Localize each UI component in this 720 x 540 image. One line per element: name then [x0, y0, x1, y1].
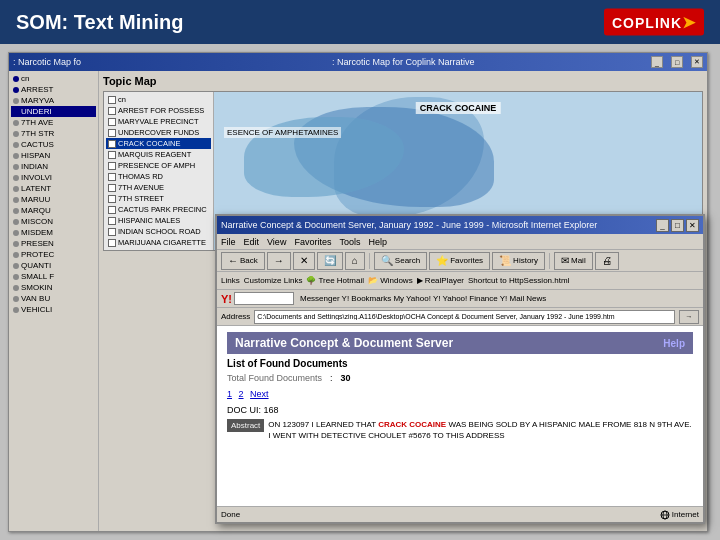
sidebar-item-marqu[interactable]: MARQU: [11, 205, 96, 216]
menu-edit[interactable]: Edit: [244, 237, 260, 247]
topic-item-presence[interactable]: PRESENCE OF AMPH: [106, 160, 211, 171]
sidebar-item-cn[interactable]: cn: [11, 73, 96, 84]
sidebar-item-hispan[interactable]: HISPAN: [11, 150, 96, 161]
maximize-button[interactable]: □: [671, 56, 683, 68]
yahoo-messenger[interactable]: Messenger: [300, 294, 340, 303]
yahoo-bookmarks[interactable]: Y! Bookmarks: [342, 294, 392, 303]
ie-menubar: File Edit View Favorites Tools Help: [217, 234, 703, 250]
dot-icon: [13, 186, 19, 192]
sidebar-item-presen[interactable]: PRESEN: [11, 238, 96, 249]
menu-file[interactable]: File: [221, 237, 236, 247]
sidebar-item-involvi[interactable]: INVOLVI: [11, 172, 96, 183]
sidebar-item-7thave[interactable]: 7TH AVE: [11, 117, 96, 128]
windows-link[interactable]: 📂 Windows: [368, 276, 413, 285]
mail-button[interactable]: ✉Mail: [554, 252, 593, 270]
sidebar-item-latent[interactable]: LATENT: [11, 183, 96, 194]
dot-icon: [13, 208, 19, 214]
tree-hotmail[interactable]: 🌳 Tree Hotmail: [306, 276, 364, 285]
sidebar-item-indian[interactable]: INDIAN: [11, 161, 96, 172]
topic-item-7thave[interactable]: 7TH AVENUE: [106, 182, 211, 193]
search-button[interactable]: 🔍Search: [374, 252, 427, 270]
topic-item-arrest[interactable]: ARREST FOR POSSESS: [106, 105, 211, 116]
outer-window-title2: : Narcotic Map for Coplink Narrative: [332, 57, 643, 67]
menu-tools[interactable]: Tools: [339, 237, 360, 247]
topic-item-7thstr[interactable]: 7TH STREET: [106, 193, 211, 204]
ie-addressbar: Address →: [217, 308, 703, 326]
ie-abstract-row: Abstract ON 123097 I LEARNED THAT CRACK …: [227, 419, 693, 441]
menu-help[interactable]: Help: [368, 237, 387, 247]
yahoo-search-input[interactable]: [234, 292, 294, 305]
yahoo-finance[interactable]: Finance: [469, 294, 497, 303]
topic-item-maryvale[interactable]: MARYVALE PRECINCT: [106, 116, 211, 127]
topic-item-latent[interactable]: LATENT PRINTS: [106, 248, 211, 250]
sidebar-item-arrest[interactable]: ARREST: [11, 84, 96, 95]
address-input[interactable]: [254, 310, 675, 324]
topic-item-cn[interactable]: cn: [106, 94, 211, 105]
sidebar-item-7thstr[interactable]: 7TH STR: [11, 128, 96, 139]
sidebar-item-misdem[interactable]: MISDEM: [11, 227, 96, 238]
topic-item-crack[interactable]: CRACK COCAINE: [106, 138, 211, 149]
yahoo-news[interactable]: News: [526, 294, 546, 303]
sidebar-item-quanti[interactable]: QUANTI: [11, 260, 96, 271]
topic-item-undercover[interactable]: UNDERCOVER FUNDS: [106, 127, 211, 138]
sidebar-item-vanbu[interactable]: VAN BU: [11, 293, 96, 304]
sidebar-item-maruu[interactable]: MARUU: [11, 194, 96, 205]
back-button[interactable]: ←Back: [221, 252, 265, 270]
stop-button[interactable]: ✕: [293, 252, 315, 270]
sidebar-item-maryva[interactable]: MARYVA: [11, 95, 96, 106]
home-button[interactable]: ⌂: [345, 252, 365, 270]
ie-content: Narrative Concept & Document Server Help…: [217, 326, 703, 512]
topic-icon: [108, 162, 116, 170]
sidebar-item-protec[interactable]: PROTEC: [11, 249, 96, 260]
topic-item-hispanic[interactable]: HISPANIC MALES: [106, 215, 211, 226]
forward-button[interactable]: →: [267, 252, 291, 270]
yahoo-mail[interactable]: Y! Mail: [500, 294, 524, 303]
abstract-text-before: ON 123097 I LEARNED THAT: [268, 420, 378, 429]
sidebar-item-smokin[interactable]: SMOKIN: [11, 282, 96, 293]
topic-item-marquis[interactable]: MARQUIS REAGENT: [106, 149, 211, 160]
menu-favorites[interactable]: Favorites: [294, 237, 331, 247]
topic-item-thomas[interactable]: THOMAS RD: [106, 171, 211, 182]
dot-icon: [13, 274, 19, 280]
ie-window-title: Narrative Concept & Document Server, Jan…: [221, 220, 656, 230]
print-button[interactable]: 🖨: [595, 252, 619, 270]
crack-cocaine-label: CRACK COCAINE: [416, 102, 501, 114]
ie-close-button[interactable]: ✕: [686, 219, 699, 232]
sidebar-item-vehicli[interactable]: VEHICLI: [11, 304, 96, 315]
topic-icon: [108, 206, 116, 214]
topic-item-indian[interactable]: INDIAN SCHOOL ROAD: [106, 226, 211, 237]
sidebar-item-cactus[interactable]: CACTUS: [11, 139, 96, 150]
ie-maximize-button[interactable]: □: [671, 219, 684, 232]
page-link-1[interactable]: 1: [227, 389, 232, 399]
page-link-next[interactable]: Next: [250, 389, 269, 399]
ie-minimize-button[interactable]: _: [656, 219, 669, 232]
yahoo-myyahoo[interactable]: My Yahoo!: [393, 294, 431, 303]
httpsession-link[interactable]: Shortcut to HttpSession.html: [468, 276, 569, 285]
coplink-logo: COPLINK➤: [604, 9, 704, 36]
sidebar-item-smallf[interactable]: SMALL F: [11, 271, 96, 282]
sidebar-item-miscon[interactable]: MISCON: [11, 216, 96, 227]
ie-help-link[interactable]: Help: [663, 338, 685, 349]
links-label: Links: [221, 276, 240, 285]
go-button[interactable]: →: [679, 310, 699, 324]
topic-item-marijuana[interactable]: MARIJUANA CIGARETTE: [106, 237, 211, 248]
page-link-2[interactable]: 2: [239, 389, 244, 399]
favorites-button[interactable]: ⭐Favorites: [429, 252, 490, 270]
ie-yahoo-bar: Y! Messenger Y! Bookmarks My Yahoo! Y! Y…: [217, 290, 703, 308]
dot-icon: [13, 175, 19, 181]
minimize-button[interactable]: _: [651, 56, 663, 68]
ie-pagination: 1 2 Next: [227, 389, 693, 399]
app-header: SOM: Text Mining COPLINK➤: [0, 0, 720, 44]
sidebar-item-underi[interactable]: UNDERI: [11, 106, 96, 117]
dot-icon: [13, 87, 19, 93]
history-button[interactable]: 📜History: [492, 252, 545, 270]
topic-item-cactuspark[interactable]: CACTUS PARK PRECINC: [106, 204, 211, 215]
total-found-count: 30: [341, 373, 351, 383]
realplayer-link[interactable]: ▶ RealPlayer: [417, 276, 464, 285]
close-button[interactable]: ✕: [691, 56, 703, 68]
yahoo-yahoo[interactable]: Y! Yahoo!: [433, 294, 467, 303]
customize-links[interactable]: Customize Links: [244, 276, 303, 285]
refresh-button[interactable]: 🔄: [317, 252, 343, 270]
status-done: Done: [221, 510, 240, 519]
menu-view[interactable]: View: [267, 237, 286, 247]
